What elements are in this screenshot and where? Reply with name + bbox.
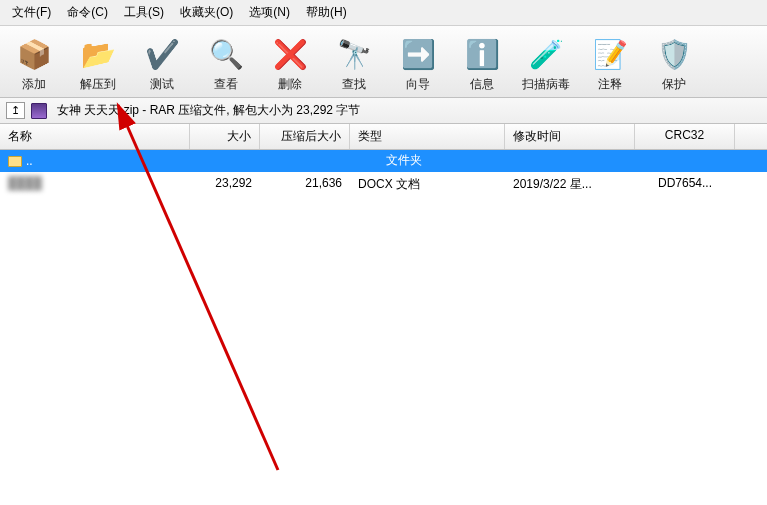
find-button[interactable]: 🔭 查找: [322, 32, 386, 95]
wizard-icon: ➡️: [398, 34, 438, 74]
menu-tools[interactable]: 工具(S): [116, 2, 172, 23]
table-row[interactable]: ..文件夹: [0, 150, 767, 172]
comment-label: 注释: [598, 76, 622, 93]
info-icon: ℹ️: [462, 34, 502, 74]
view-label: 查看: [214, 76, 238, 93]
extract-icon: 📂: [78, 34, 118, 74]
comment-button[interactable]: 📝 注释: [578, 32, 642, 95]
find-label: 查找: [342, 76, 366, 93]
add-icon: 📦: [14, 34, 54, 74]
info-label: 信息: [470, 76, 494, 93]
column-type[interactable]: 类型: [350, 124, 505, 149]
protect-button[interactable]: 🛡️ 保护: [642, 32, 706, 95]
comment-icon: 📝: [590, 34, 630, 74]
info-button[interactable]: ℹ️ 信息: [450, 32, 514, 95]
column-header-row: 名称 大小 压缩后大小 类型 修改时间 CRC32: [0, 124, 767, 150]
column-size[interactable]: 大小: [190, 124, 260, 149]
column-packed[interactable]: 压缩后大小: [260, 124, 350, 149]
delete-button[interactable]: ❌ 删除: [258, 32, 322, 95]
delete-icon: ❌: [270, 34, 310, 74]
add-label: 添加: [22, 76, 46, 93]
scan-label: 扫描病毒: [522, 76, 570, 93]
delete-label: 删除: [278, 76, 302, 93]
cell-type: 文件夹: [41, 152, 767, 170]
protect-label: 保护: [662, 76, 686, 93]
wizard-label: 向导: [406, 76, 430, 93]
up-button[interactable]: ↥: [6, 102, 25, 119]
cell-name: ..: [0, 152, 41, 170]
cell-packed: 21,636: [260, 174, 350, 195]
scan-button[interactable]: 🧪 扫描病毒: [514, 32, 578, 95]
wizard-button[interactable]: ➡️ 向导: [386, 32, 450, 95]
cell-type: DOCX 文档: [350, 174, 505, 195]
toolbar: 📦 添加 📂 解压到 ✔️ 测试 🔍 查看 ❌ 删除 🔭 查找 ➡️ 向导 ℹ️…: [0, 26, 767, 98]
extract-label: 解压到: [80, 76, 116, 93]
view-icon: 🔍: [206, 34, 246, 74]
archive-path-text: 女神 天天天.zip - RAR 压缩文件, 解包大小为 23,292 字节: [57, 102, 360, 119]
column-crc[interactable]: CRC32: [635, 124, 735, 149]
table-row[interactable]: ████23,29221,636DOCX 文档2019/3/22 星...DD7…: [0, 172, 767, 197]
add-button[interactable]: 📦 添加: [2, 32, 66, 95]
cell-size: 23,292: [190, 174, 260, 195]
menu-command[interactable]: 命令(C): [59, 2, 116, 23]
pathbar: ↥ 女神 天天天.zip - RAR 压缩文件, 解包大小为 23,292 字节: [0, 98, 767, 124]
test-label: 测试: [150, 76, 174, 93]
menubar: 文件(F) 命令(C) 工具(S) 收藏夹(O) 选项(N) 帮助(H): [0, 0, 767, 26]
cell-modified: 2019/3/22 星...: [505, 174, 635, 195]
test-icon: ✔️: [142, 34, 182, 74]
scan-icon: 🧪: [526, 34, 566, 74]
protect-icon: 🛡️: [654, 34, 694, 74]
cell-crc: DD7654...: [635, 174, 735, 195]
test-button[interactable]: ✔️ 测试: [130, 32, 194, 95]
menu-favorites[interactable]: 收藏夹(O): [172, 2, 241, 23]
find-icon: 🔭: [334, 34, 374, 74]
column-modified[interactable]: 修改时间: [505, 124, 635, 149]
view-button[interactable]: 🔍 查看: [194, 32, 258, 95]
extract-button[interactable]: 📂 解压到: [66, 32, 130, 95]
menu-help[interactable]: 帮助(H): [298, 2, 355, 23]
cell-name: ████: [0, 174, 190, 195]
column-name[interactable]: 名称: [0, 124, 190, 149]
folder-icon: [8, 156, 22, 167]
menu-options[interactable]: 选项(N): [241, 2, 298, 23]
menu-file[interactable]: 文件(F): [4, 2, 59, 23]
file-list: 名称 大小 压缩后大小 类型 修改时间 CRC32 ..文件夹████23,29…: [0, 124, 767, 197]
archive-icon: [31, 103, 47, 119]
